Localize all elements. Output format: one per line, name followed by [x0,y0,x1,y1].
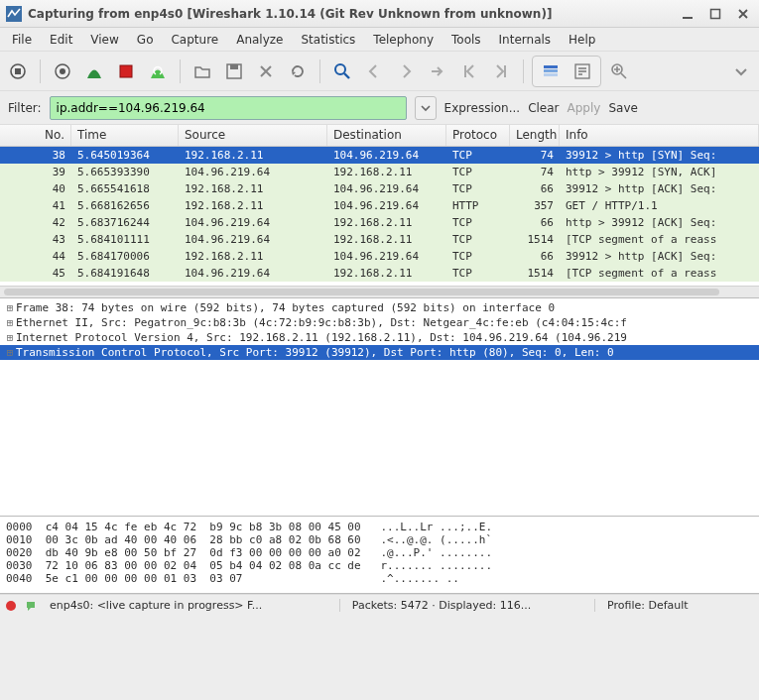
status-profile[interactable]: Profile: Default [601,599,755,612]
go-back-icon[interactable] [360,58,388,85]
col-protocol[interactable]: Protoco [446,125,510,146]
window-title: Capturing from enp4s0 [Wireshark 1.10.14… [28,7,670,21]
cell-proto: TCP [446,233,510,246]
svg-point-16 [6,601,16,611]
horizontal-scrollbar[interactable] [0,286,759,297]
cell-time: 5.684170006 [71,250,179,263]
packet-bytes-pane[interactable]: 0000 c4 04 15 4c fe eb 4c 72 b9 9c b8 3b… [0,517,759,594]
menu-capture[interactable]: Capture [163,31,226,49]
menu-telephony[interactable]: Telephony [365,31,442,49]
expand-icon[interactable]: ⊞ [4,316,16,329]
overflow-icon[interactable] [727,58,755,85]
menu-edit[interactable]: Edit [42,31,80,49]
cell-src: 104.96.219.64 [179,216,327,229]
cell-src: 104.96.219.64 [179,233,327,246]
cell-len: 66 [510,250,560,263]
colorize-icon[interactable] [537,58,565,85]
cell-dst: 104.96.219.64 [327,199,446,212]
cell-src: 192.168.2.11 [179,182,327,195]
packet-row[interactable]: 445.684170006192.168.2.11104.96.219.64TC… [0,248,759,265]
cell-no: 44 [0,250,71,263]
filter-apply-button[interactable]: Apply [568,101,601,115]
separator [523,59,524,83]
zoom-in-icon[interactable] [605,58,633,85]
close-file-icon[interactable] [252,58,280,85]
cell-proto: TCP [446,166,510,178]
svg-point-10 [335,64,345,74]
maximize-button[interactable] [705,4,725,24]
capture-comment-icon[interactable] [24,599,38,613]
packet-row[interactable]: 405.665541618192.168.2.11104.96.219.64TC… [0,180,759,197]
cell-dst: 104.96.219.64 [327,182,446,195]
cell-dst: 104.96.219.64 [327,250,446,263]
filter-dropdown-icon[interactable] [415,96,437,120]
separator [40,59,41,83]
detail-line[interactable]: ⊞Frame 38: 74 bytes on wire (592 bits), … [0,300,759,315]
cell-proto: TCP [446,149,510,162]
packet-row[interactable]: 415.668162656192.168.2.11104.96.219.64HT… [0,197,759,214]
cell-src: 192.168.2.11 [179,149,327,162]
menu-help[interactable]: Help [561,31,603,49]
packet-row[interactable]: 425.683716244104.96.219.64192.168.2.11TC… [0,214,759,231]
filter-save-button[interactable]: Save [608,101,637,115]
interfaces-icon[interactable] [4,58,32,85]
filter-expression-button[interactable]: Expression... [444,101,521,115]
cell-dst: 192.168.2.11 [327,267,446,280]
cell-no: 45 [0,267,71,280]
reload-icon[interactable] [284,58,312,85]
find-icon[interactable] [328,58,356,85]
filter-clear-button[interactable]: Clear [528,101,559,115]
menu-view[interactable]: View [82,31,126,49]
col-time[interactable]: Time [71,125,179,146]
menu-go[interactable]: Go [129,31,162,49]
detail-line[interactable]: ⊞Internet Protocol Version 4, Src: 192.1… [0,330,759,345]
save-file-icon[interactable] [220,58,248,85]
goto-packet-icon[interactable] [424,58,451,85]
close-button[interactable] [733,4,753,24]
col-no[interactable]: No. [0,125,71,146]
go-last-icon[interactable] [487,58,515,85]
cell-no: 43 [0,233,71,246]
start-capture-icon[interactable] [80,58,108,85]
go-first-icon[interactable] [455,58,483,85]
menu-analyze[interactable]: Analyze [228,31,291,49]
menu-statistics[interactable]: Statistics [293,31,363,49]
menu-file[interactable]: File [4,31,40,49]
cell-time: 5.665541618 [71,182,179,195]
minimize-button[interactable] [678,4,697,24]
packet-row[interactable]: 395.665393390104.96.219.64192.168.2.11TC… [0,164,759,180]
packet-details-pane[interactable]: ⊞Frame 38: 74 bytes on wire (592 bits), … [0,298,759,517]
col-info[interactable]: Info [560,125,759,146]
expand-icon[interactable]: ⊞ [4,301,16,314]
menu-internals[interactable]: Internals [491,31,560,49]
app-icon [6,6,22,22]
restart-capture-icon[interactable] [144,58,172,85]
detail-line[interactable]: ⊞Ethernet II, Src: Pegatron_9c:b8:3b (4c… [0,315,759,330]
autoscroll-icon[interactable] [569,58,596,85]
cell-proto: TCP [446,216,510,229]
packet-row[interactable]: 385.645019364192.168.2.11104.96.219.64TC… [0,147,759,164]
col-dest[interactable]: Destination [327,125,446,146]
filter-input[interactable] [50,96,407,120]
svg-rect-11 [544,65,558,68]
open-file-icon[interactable] [189,58,216,85]
packet-list-body[interactable]: 385.645019364192.168.2.11104.96.219.64TC… [0,147,759,286]
expand-icon[interactable]: ⊞ [4,331,16,344]
capture-options-icon[interactable] [49,58,76,85]
expert-info-icon[interactable] [4,599,18,613]
cell-src: 104.96.219.64 [179,267,327,280]
cell-dst: 104.96.219.64 [327,149,446,162]
expand-icon[interactable]: ⊞ [4,346,16,359]
col-length[interactable]: Length [510,125,560,146]
packet-row[interactable]: 455.684191648104.96.219.64192.168.2.11TC… [0,265,759,282]
cell-len: 357 [510,199,560,212]
cell-no: 42 [0,216,71,229]
go-forward-icon[interactable] [392,58,420,85]
colorize-group [532,56,601,87]
packet-row[interactable]: 435.684101111104.96.219.64192.168.2.11TC… [0,231,759,248]
detail-line[interactable]: ⊞Transmission Control Protocol, Src Port… [0,345,759,360]
menu-tools[interactable]: Tools [443,31,489,49]
cell-info: 39912 > http [ACK] Seq: [560,250,759,263]
stop-capture-icon[interactable] [112,58,140,85]
col-source[interactable]: Source [179,125,327,146]
